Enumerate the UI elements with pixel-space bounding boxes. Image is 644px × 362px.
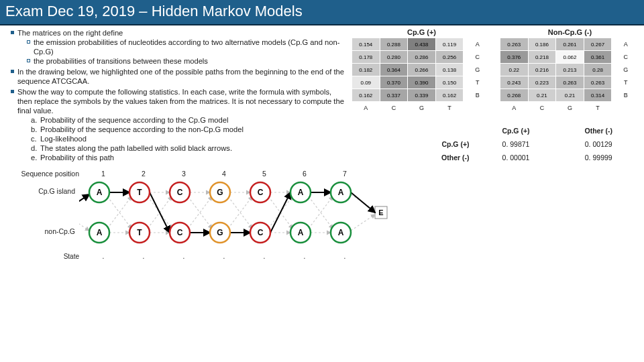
emission-cell: 0.162	[435, 89, 464, 102]
marker-c: c.	[31, 134, 37, 143]
cpg-row-label: Cp.G island	[1, 187, 75, 195]
svg-line-31	[351, 215, 375, 231]
emission-cell: 0.22	[500, 64, 529, 76]
bullet-1-sub-2: the probabilities of transitions between…	[34, 57, 208, 65]
svg-text:C: C	[258, 228, 264, 237]
emission-cell: 0.261	[556, 38, 584, 51]
trans-v21: 0. 00001	[475, 151, 557, 164]
emission-cell: 0.213	[556, 64, 584, 76]
pos-7: 7	[325, 170, 365, 178]
emission-col-label: C	[528, 102, 556, 115]
slide-title-bar: Exam Dec 19, 2019 – Hidden Markov Models	[0, 0, 644, 25]
emission-row-label: A	[464, 38, 492, 51]
emission-cell: 0.223	[528, 76, 556, 89]
svg-line-5	[79, 215, 89, 231]
emission-cell: 0.268	[500, 89, 529, 102]
emission-cell: 0.062	[556, 51, 584, 64]
emission-cell: 0.266	[408, 64, 436, 76]
pos-3: 3	[164, 170, 204, 178]
bullet-3b: Probability of the sequence according to…	[40, 125, 244, 133]
svg-line-4	[79, 194, 89, 210]
emission-cell: 0.390	[408, 76, 436, 89]
bullet-1-sub-1: the emission probabilities of nucleotide…	[34, 38, 339, 56]
emission-cell: 0.280	[380, 51, 408, 64]
emission-cell: 0.314	[584, 89, 612, 102]
marker-b: b.	[31, 125, 37, 134]
trans-col2: Other (-)	[557, 124, 640, 137]
emission-cell: 0.243	[500, 76, 529, 89]
emission-cell: 0.256	[435, 51, 464, 64]
emission-cell: 0.263	[556, 76, 584, 89]
emission-row-label: G	[464, 64, 492, 76]
emission-row-label: G	[612, 64, 640, 76]
svg-text:C: C	[258, 188, 264, 197]
noncpg-matrix-title: Non-Cp.G (-)	[500, 28, 640, 36]
emission-col-label: T	[435, 102, 464, 115]
svg-line-34	[150, 192, 170, 233]
seqpos-label: Sequence position	[0, 170, 83, 178]
emission-col-label: C	[380, 102, 408, 115]
emission-cell: 0.267	[584, 38, 612, 51]
emission-cell: 0.28	[584, 64, 612, 76]
svg-text:A: A	[97, 228, 103, 237]
bullet-3: Show the way to compute the following st…	[17, 88, 344, 115]
transition-matrix: Cp.G (+) Other (-) Cp.G (+) 0. 99871 0. …	[352, 124, 640, 164]
svg-text:A: A	[298, 228, 304, 237]
bullet-1: The matrices on the right define	[17, 29, 123, 37]
emission-row-label: B	[464, 89, 492, 102]
emission-row-label: A	[612, 38, 640, 51]
trans-col1: Cp.G (+)	[475, 124, 557, 137]
emission-cell: 0.119	[435, 38, 464, 51]
matrices-column: Cp.G (+) 0.1540.2880.4380.119A0.1780.280…	[352, 28, 640, 164]
emission-cell: 0.218	[528, 51, 556, 64]
slide-title: Exam Dec 19, 2019 – Hidden Markov Models	[5, 3, 303, 19]
emission-cell: 0.216	[528, 64, 556, 76]
question-text-column: The matrices on the right define the emi…	[5, 28, 347, 164]
pos-1: 1	[83, 170, 123, 178]
svg-text:C: C	[177, 188, 183, 197]
emission-row-label: C	[464, 51, 492, 64]
bullet-3d: The states along the path labelled with …	[40, 144, 232, 152]
emission-row-label: T	[464, 76, 492, 89]
emission-cell: 0.438	[408, 38, 436, 51]
pos-4: 4	[204, 170, 244, 178]
svg-line-32	[79, 194, 89, 210]
emission-cell: 0.370	[380, 76, 408, 89]
emission-row-label: C	[612, 51, 640, 64]
svg-text:A: A	[97, 188, 103, 197]
emission-col-label: T	[584, 102, 612, 115]
emission-row-label: T	[612, 76, 640, 89]
emission-cell: 0.186	[528, 38, 556, 51]
emission-cell: 0.178	[352, 51, 380, 64]
emission-cell: 0.21	[528, 89, 556, 102]
emission-col-label: G	[556, 102, 584, 115]
bullet-3c: Log-likelihood	[40, 135, 87, 143]
svg-text:T: T	[137, 188, 142, 197]
emission-cell: 0.376	[500, 51, 529, 64]
emission-cell: 0.364	[380, 64, 408, 76]
svg-text:A: A	[338, 228, 344, 237]
svg-text:C: C	[177, 228, 183, 237]
pos-5: 5	[244, 170, 284, 178]
emission-cell: 0.337	[380, 89, 408, 102]
svg-text:G: G	[217, 228, 223, 237]
emission-cell: 0.154	[352, 38, 380, 51]
emission-col-label: A	[500, 102, 529, 115]
trans-v22: 0. 99999	[557, 151, 640, 164]
noncpg-row-label: non-Cp.G	[1, 227, 75, 235]
emission-cell: 0.263	[584, 76, 612, 89]
marker-a: a.	[31, 115, 37, 125]
trans-v12: 0. 00129	[557, 137, 640, 151]
bullet-2: In the drawing below, we highlighted one…	[17, 68, 344, 85]
emission-row-label: B	[612, 89, 640, 102]
emission-cell: 0.182	[352, 64, 380, 76]
emission-cell: 0.286	[408, 51, 436, 64]
emission-cell: 0.138	[435, 64, 464, 76]
state-label: State	[0, 253, 83, 260]
marker-e: e.	[31, 153, 37, 162]
svg-line-37	[270, 192, 290, 233]
emission-cell: 0.150	[435, 76, 464, 89]
emission-cell: 0.339	[408, 89, 436, 102]
trans-row1-label: Cp.G (+)	[392, 137, 475, 151]
svg-text:A: A	[298, 188, 304, 197]
